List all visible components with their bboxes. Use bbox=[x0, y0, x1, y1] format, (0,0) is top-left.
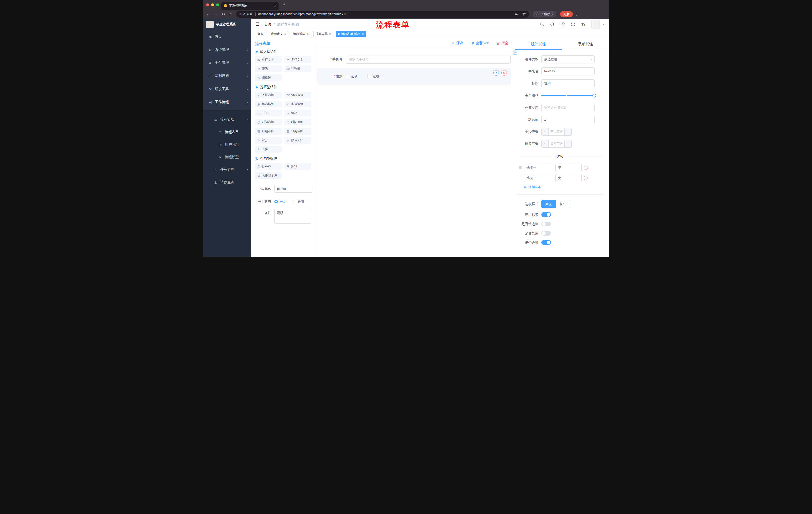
tag-process-form[interactable]: 流程表单 × bbox=[313, 31, 333, 37]
sidebar-item-process-form[interactable]: ▤ 流程表单 bbox=[203, 126, 252, 138]
bookmark-star-icon[interactable] bbox=[522, 12, 526, 16]
tag-process-model[interactable]: 流程模型 × bbox=[291, 31, 311, 37]
max-select-value[interactable]: 最多可选 bbox=[549, 140, 564, 147]
component-chip-single-line-text[interactable]: ▭单行文本 bbox=[255, 56, 282, 63]
new-tab-button[interactable]: + bbox=[283, 2, 286, 6]
forward-icon[interactable]: → bbox=[212, 12, 220, 16]
form-name-input[interactable] bbox=[274, 185, 312, 193]
remove-option-icon[interactable]: − bbox=[584, 166, 588, 170]
component-type-select[interactable]: 多选框组 ▾ bbox=[542, 55, 595, 63]
option-2-value-input[interactable] bbox=[555, 174, 582, 182]
sidebar-item-process-model[interactable]: ➤ 流程模型 bbox=[203, 151, 252, 163]
tag-close-icon[interactable]: × bbox=[307, 33, 309, 36]
min-select-value[interactable]: 至少应选 bbox=[549, 128, 564, 135]
window-minimize-button[interactable] bbox=[211, 3, 214, 6]
sidebar-item-payment[interactable]: ¥ 支付管理 ▾ bbox=[203, 56, 252, 70]
field-name-input[interactable] bbox=[542, 67, 595, 75]
show-label-toggle[interactable] bbox=[542, 212, 551, 217]
tab-form-props[interactable]: 表单属性 bbox=[562, 38, 609, 50]
component-chip-color-picker[interactable]: ◒颜色选择 bbox=[284, 137, 311, 143]
component-chip-switch[interactable]: ◑开关 bbox=[255, 110, 282, 116]
component-chip-time-range[interactable]: ◴时间范围 bbox=[284, 119, 311, 126]
grid-slider[interactable] bbox=[542, 91, 595, 99]
label-width-input[interactable] bbox=[542, 104, 595, 111]
sidebar-item-task-management[interactable]: ⌥ 任务管理 ▾ bbox=[203, 163, 252, 176]
option-1-value-input[interactable] bbox=[555, 164, 582, 172]
sidebar-item-user-group[interactable]: ◎ 用户分组 bbox=[203, 138, 252, 151]
home-icon[interactable]: ⌂ bbox=[227, 12, 235, 16]
component-chip-table[interactable]: ⊞表格[开发中] bbox=[255, 172, 282, 179]
component-chip-slider[interactable]: ⊸滑块 bbox=[284, 110, 311, 116]
sidebar-item-system[interactable]: ⚙ 系统管理 ▾ bbox=[203, 43, 252, 56]
component-chip-row-container[interactable]: ▢行容器 bbox=[255, 163, 282, 170]
password-key-icon[interactable] bbox=[515, 12, 519, 16]
phone-field-row[interactable]: *手机号 bbox=[317, 55, 511, 64]
tag-home[interactable]: 首页 bbox=[256, 31, 266, 37]
tag-process-definition[interactable]: 流程定义 × bbox=[268, 31, 288, 37]
reload-icon[interactable]: ↻ bbox=[220, 12, 227, 17]
browser-tab[interactable]: 芋道管理系统 × bbox=[221, 1, 279, 9]
style-button-button[interactable]: 按钮 bbox=[556, 200, 570, 208]
copy-component-button[interactable] bbox=[493, 70, 499, 76]
sidebar-item-infrastructure[interactable]: ⊞ 基础设施 ▾ bbox=[203, 70, 252, 82]
radio-on[interactable] bbox=[274, 200, 278, 204]
radio-off[interactable] bbox=[292, 200, 295, 204]
address-bar[interactable]: ⚠ 不安全 dashboard.yudao.iocoder.cn/bpm/man… bbox=[236, 10, 529, 18]
checkbox-box[interactable] bbox=[346, 75, 349, 78]
remove-option-icon[interactable]: − bbox=[584, 176, 588, 180]
component-chip-multi-line-text[interactable]: ▤多行文本 bbox=[284, 56, 311, 63]
style-default-button[interactable]: 默认 bbox=[542, 200, 556, 208]
selected-gender-component[interactable]: *性别 选项一 选项二 bbox=[317, 68, 511, 85]
checkbox-option-2[interactable]: 选项二 bbox=[367, 74, 382, 79]
component-chip-editor[interactable]: ✎编辑器 bbox=[255, 75, 282, 81]
help-icon[interactable]: ? bbox=[560, 22, 565, 27]
slider-handle[interactable] bbox=[592, 93, 596, 97]
component-chip-cascader[interactable]: ⌥级联选择 bbox=[284, 91, 311, 98]
component-chip-dropdown[interactable]: ▾下拉选择 bbox=[255, 91, 282, 98]
fullscreen-icon[interactable] bbox=[571, 22, 575, 27]
checkbox-option-1[interactable]: 选项一 bbox=[346, 74, 361, 79]
option-drag-icon[interactable]: ☰ bbox=[519, 176, 522, 180]
tab-component-props[interactable]: 组件属性 bbox=[515, 38, 562, 50]
radio-off-label[interactable]: 关闭 bbox=[297, 199, 304, 204]
sidebar-item-home[interactable]: ◉ 首页 bbox=[203, 30, 252, 43]
component-chip-rate[interactable]: ☆评分 bbox=[255, 137, 282, 143]
default-value-input[interactable] bbox=[542, 116, 595, 124]
clear-button[interactable]: 清空 bbox=[496, 41, 509, 46]
sidebar-item-devtools[interactable]: ⚒ 研发工具 ▾ bbox=[203, 82, 252, 96]
radio-on-label[interactable]: 开启 bbox=[280, 199, 286, 204]
font-size-icon[interactable]: TT bbox=[581, 22, 586, 27]
user-avatar[interactable] bbox=[591, 20, 601, 29]
tag-close-icon[interactable]: × bbox=[329, 33, 331, 36]
increase-button[interactable]: + bbox=[564, 140, 571, 147]
option-drag-icon[interactable]: ☰ bbox=[519, 166, 522, 170]
sidebar-item-process-management[interactable]: ≣ 流程管理 ▴ bbox=[203, 113, 252, 126]
avatar-caret-icon[interactable]: ▾ bbox=[603, 23, 605, 26]
option-2-label-input[interactable] bbox=[524, 174, 553, 182]
phone-input[interactable] bbox=[346, 55, 511, 64]
add-option-button[interactable]: ⊕ 添加选项 bbox=[524, 185, 603, 189]
delete-component-button[interactable] bbox=[501, 70, 507, 76]
tag-close-icon[interactable]: × bbox=[362, 33, 364, 36]
tag-process-form-edit[interactable]: 流程表单-编辑 × bbox=[336, 31, 366, 37]
menu-collapse-icon[interactable]: ☰ bbox=[256, 22, 259, 27]
component-chip-time-picker[interactable]: ◷时间选择 bbox=[255, 119, 282, 126]
component-chip-upload[interactable]: ⇪上传 bbox=[255, 146, 282, 153]
disabled-toggle[interactable] bbox=[542, 231, 551, 236]
update-button[interactable]: 更新 bbox=[560, 11, 573, 17]
title-input[interactable] bbox=[542, 79, 595, 87]
component-chip-date-picker[interactable]: ▦日期选择 bbox=[255, 128, 282, 135]
browser-menu-icon[interactable]: ⋮ bbox=[575, 12, 579, 16]
checkbox-box[interactable] bbox=[367, 75, 371, 78]
tag-close-icon[interactable]: × bbox=[284, 33, 286, 36]
sidebar-item-workflow[interactable]: ▣ 工作流程 ▴ bbox=[203, 96, 252, 109]
search-icon[interactable] bbox=[540, 22, 545, 27]
component-chip-radio-group[interactable]: ◉单选框组 bbox=[255, 101, 282, 107]
tab-close-icon[interactable]: × bbox=[274, 4, 276, 7]
view-json-button[interactable]: 查看json bbox=[470, 41, 489, 46]
component-chip-checkbox-group[interactable]: ☑多选框组 bbox=[284, 101, 311, 107]
breadcrumb-home[interactable]: 首页 bbox=[264, 22, 271, 27]
component-chip-date-range[interactable]: ▩日期范围 bbox=[284, 128, 311, 135]
component-chip-password[interactable]: ∗密码 bbox=[255, 65, 282, 72]
sidebar-item-leave-query[interactable]: ♟ 请假查询 bbox=[203, 176, 252, 189]
